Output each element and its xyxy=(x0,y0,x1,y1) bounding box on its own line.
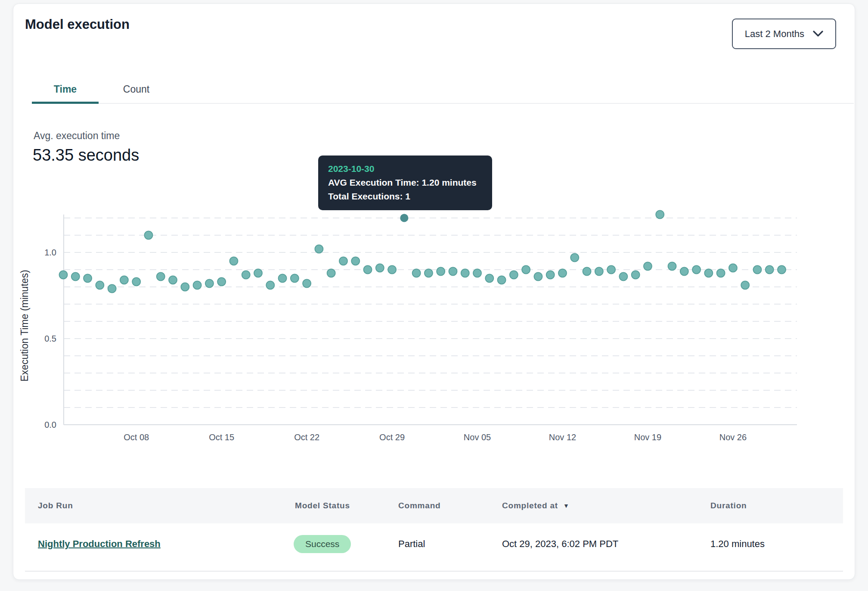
data-point[interactable] xyxy=(704,269,713,277)
data-point[interactable] xyxy=(558,269,567,277)
data-point[interactable] xyxy=(157,273,165,281)
y-axis-title: Execution Time (minutes) xyxy=(19,270,30,381)
data-point[interactable] xyxy=(120,276,128,284)
data-point[interactable] xyxy=(473,269,481,277)
data-point[interactable] xyxy=(376,264,384,272)
data-point[interactable] xyxy=(217,278,226,286)
status-badge: Success xyxy=(294,535,351,553)
y-tick-label: 1.0 xyxy=(44,248,56,257)
tooltip-total-line: Total Executions: 1 xyxy=(328,190,482,203)
data-point[interactable] xyxy=(498,276,506,284)
avg-time-value: 53.35 seconds xyxy=(33,146,139,165)
header-command[interactable]: Command xyxy=(398,488,441,523)
data-point[interactable] xyxy=(339,257,347,265)
data-point[interactable] xyxy=(656,211,664,219)
data-point[interactable] xyxy=(59,271,68,279)
data-point[interactable] xyxy=(193,281,202,289)
data-point[interactable] xyxy=(680,268,688,276)
data-point[interactable] xyxy=(315,245,323,253)
data-point[interactable] xyxy=(229,257,238,265)
data-point[interactable] xyxy=(108,285,116,293)
data-point[interactable] xyxy=(583,268,591,276)
data-point[interactable] xyxy=(717,269,725,277)
sort-desc-icon: ▼ xyxy=(563,502,570,509)
data-point[interactable] xyxy=(303,280,311,288)
completed-at-cell: Oct 29, 2023, 6:02 PM PDT xyxy=(502,523,618,565)
tooltip-avg-line: AVG Execution Time: 1.20 minutes xyxy=(328,176,482,190)
data-point[interactable] xyxy=(169,276,177,284)
data-point[interactable] xyxy=(753,266,761,274)
page: { "header": { "title": "Model execution"… xyxy=(0,0,868,591)
data-point[interactable] xyxy=(279,274,287,283)
data-point[interactable] xyxy=(729,264,737,272)
data-point[interactable] xyxy=(364,266,372,274)
data-point[interactable] xyxy=(766,266,774,274)
data-point[interactable] xyxy=(461,269,469,277)
x-tick-label: Nov 05 xyxy=(464,432,491,442)
data-point[interactable] xyxy=(668,262,676,271)
data-point[interactable] xyxy=(570,254,579,262)
chart-tooltip: 2023-10-30 AVG Execution Time: 1.20 minu… xyxy=(318,156,492,210)
data-point[interactable] xyxy=(144,231,152,240)
tooltip-date: 2023-10-30 xyxy=(328,162,482,176)
data-point[interactable] xyxy=(619,273,627,281)
data-point[interactable] xyxy=(242,271,250,279)
header-duration[interactable]: Duration xyxy=(710,488,747,523)
data-point[interactable] xyxy=(351,257,360,265)
data-point[interactable] xyxy=(534,273,542,281)
x-tick-label: Oct 22 xyxy=(294,432,319,442)
job-run-link[interactable]: Nightly Production Refresh xyxy=(38,538,161,550)
data-point[interactable] xyxy=(84,274,92,283)
data-point[interactable] xyxy=(181,283,189,291)
x-tick-label: Oct 29 xyxy=(379,432,405,442)
data-point[interactable] xyxy=(327,269,335,277)
header-completed-at[interactable]: Completed at ▼ xyxy=(502,488,570,523)
header-model-status[interactable]: Model Status xyxy=(295,488,350,523)
x-tick-label: Oct 15 xyxy=(209,432,234,442)
data-point[interactable] xyxy=(546,271,555,279)
data-point-selected[interactable] xyxy=(400,214,408,222)
tab-time[interactable]: Time xyxy=(32,75,99,103)
data-point[interactable] xyxy=(522,266,530,274)
x-tick-label: Nov 12 xyxy=(549,432,576,442)
data-point[interactable] xyxy=(449,268,457,276)
model-execution-card: Model execution Last 2 Months Time Count… xyxy=(13,3,855,580)
x-tick-label: Nov 19 xyxy=(634,432,661,442)
data-point[interactable] xyxy=(266,281,274,289)
data-point[interactable] xyxy=(692,266,701,274)
table-row: Nightly Production Refresh Success Parti… xyxy=(25,523,843,572)
data-point[interactable] xyxy=(437,268,445,276)
data-point[interactable] xyxy=(595,268,603,276)
data-point[interactable] xyxy=(412,269,421,277)
y-tick-label: 0.0 xyxy=(44,420,56,429)
data-point[interactable] xyxy=(205,280,214,288)
data-point[interactable] xyxy=(254,269,262,277)
data-point[interactable] xyxy=(425,269,433,277)
data-point[interactable] xyxy=(741,281,749,289)
active-tab-underline xyxy=(32,102,99,104)
data-point[interactable] xyxy=(291,274,299,283)
date-range-value: Last 2 Months xyxy=(745,28,804,40)
tab-count[interactable]: Count xyxy=(99,75,174,103)
date-range-select[interactable]: Last 2 Months xyxy=(732,19,836,49)
page-title: Model execution xyxy=(25,17,130,32)
chart-tabs: Time Count xyxy=(32,75,174,103)
x-tick-label: Oct 08 xyxy=(124,432,149,442)
execution-time-chart[interactable]: 0.00.51.0Execution Time (minutes)Oct 08O… xyxy=(13,196,856,448)
chevron-down-icon xyxy=(813,31,823,37)
data-point[interactable] xyxy=(644,262,652,271)
command-cell: Partial xyxy=(398,523,425,565)
x-tick-label: Nov 26 xyxy=(719,432,747,442)
data-point[interactable] xyxy=(132,278,140,286)
data-point[interactable] xyxy=(607,266,615,274)
data-point[interactable] xyxy=(778,266,786,274)
data-point[interactable] xyxy=(71,273,80,281)
model-status-cell: Success xyxy=(294,523,351,565)
data-point[interactable] xyxy=(632,271,640,279)
header-job-run[interactable]: Job Run xyxy=(38,488,73,523)
data-point[interactable] xyxy=(485,274,493,283)
data-point[interactable] xyxy=(388,266,396,274)
job-run-cell: Nightly Production Refresh xyxy=(38,523,161,565)
data-point[interactable] xyxy=(96,281,104,289)
data-point[interactable] xyxy=(510,271,518,279)
